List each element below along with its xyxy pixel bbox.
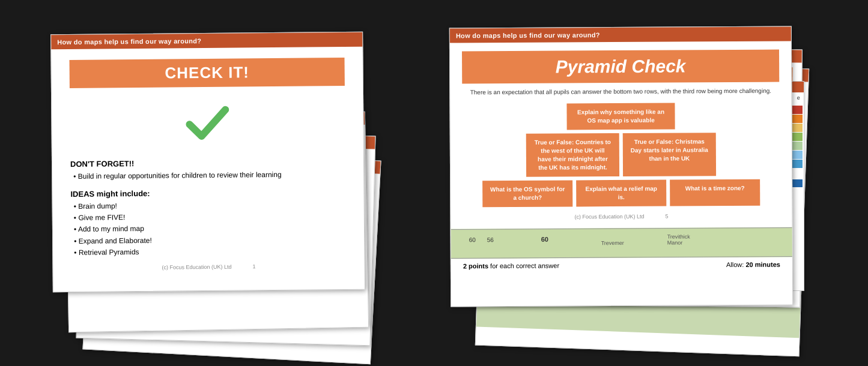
right-main-slide: How do maps help us find our way around?… xyxy=(449,26,793,307)
left-slide-header: How do maps help us find our way around? xyxy=(51,32,362,50)
pyramid-row-3: Explain why something like an OS map app… xyxy=(462,103,779,131)
pyramid-box-bot-2: Explain what a relief map is. xyxy=(576,180,666,207)
right-slide-header: How do maps help us find our way around? xyxy=(450,27,791,43)
points-bold: 2 points xyxy=(463,262,488,269)
bottom-info-bar: 2 points for each correct answer Allow: … xyxy=(451,257,792,272)
pyramid-box-top-1: Explain why something like an OS map app… xyxy=(566,103,675,130)
allow-label: Allow: xyxy=(726,261,745,268)
dont-forget-title: DON'T FORGET!! xyxy=(70,157,345,169)
checkmark-icon xyxy=(183,99,232,148)
allow-info: Allow: 20 minutes xyxy=(726,261,780,268)
points-suffix: for each correct answer xyxy=(488,262,559,270)
main-scene: How do maps help us find our way around?… xyxy=(0,0,868,366)
left-slide-footer: (c) Focus Education (UK) Ltd 1 xyxy=(53,259,365,275)
ideas-section: IDEAS might include: Brain dump! Give me… xyxy=(53,182,365,262)
pyramid-box-bot-1: What is the OS symbol for a church? xyxy=(482,180,572,207)
pyramid-box-mid-1: True or False: Countries to the west of … xyxy=(526,133,619,177)
svg-text:60: 60 xyxy=(469,236,476,243)
right-stack: How do maps help us find our way around?… xyxy=(444,15,816,351)
svg-text:Manor: Manor xyxy=(667,239,682,245)
pyramid-description: There is an expectation that all pupils … xyxy=(450,87,791,104)
map-image: 60 56 60 Trevemer Trevithick Manor xyxy=(451,227,792,259)
right-slide-footer: (c) Focus Education (UK) Ltd 5 xyxy=(451,209,792,224)
pyramid-check-title: Pyramid Check xyxy=(462,50,779,84)
svg-text:60: 60 xyxy=(541,236,548,243)
idea-item-4: Retrieval Pyramids xyxy=(74,245,346,259)
pyramid-box-mid-2: True or False: Christmas Day starts late… xyxy=(622,133,715,176)
dont-forget-item-0: Build in regular opportunities for child… xyxy=(73,169,345,182)
dont-forget-list: Build in regular opportunities for child… xyxy=(70,169,345,182)
ideas-list: Brain dump! Give me FIVE! Add to my mind… xyxy=(71,199,347,259)
dont-forget-section: DON'T FORGET!! Build in regular opportun… xyxy=(52,151,363,185)
pyramid-row-1: What is the OS symbol for a church? Expl… xyxy=(463,179,780,208)
svg-text:Trevemer: Trevemer xyxy=(601,240,624,246)
left-stack: How do maps help us find our way around?… xyxy=(52,15,388,351)
check-it-banner: CHECK IT! xyxy=(70,58,345,88)
checkmark-area xyxy=(52,92,363,154)
left-main-slide: How do maps help us find our way around?… xyxy=(50,32,365,293)
pyramid-container: Explain why something like an OS map app… xyxy=(450,103,792,208)
svg-text:56: 56 xyxy=(487,236,494,243)
map-strip: 60 56 60 Trevemer Trevithick Manor xyxy=(451,227,792,259)
allow-value: 20 minutes xyxy=(745,261,780,268)
points-info: 2 points for each correct answer xyxy=(463,262,559,270)
ideas-title: IDEAS might include: xyxy=(71,187,346,199)
pyramid-row-2: True or False: Countries to the west of … xyxy=(462,133,779,178)
svg-text:Trevithick: Trevithick xyxy=(667,233,690,239)
pyramid-box-bot-3: What is a time zone? xyxy=(670,179,760,206)
